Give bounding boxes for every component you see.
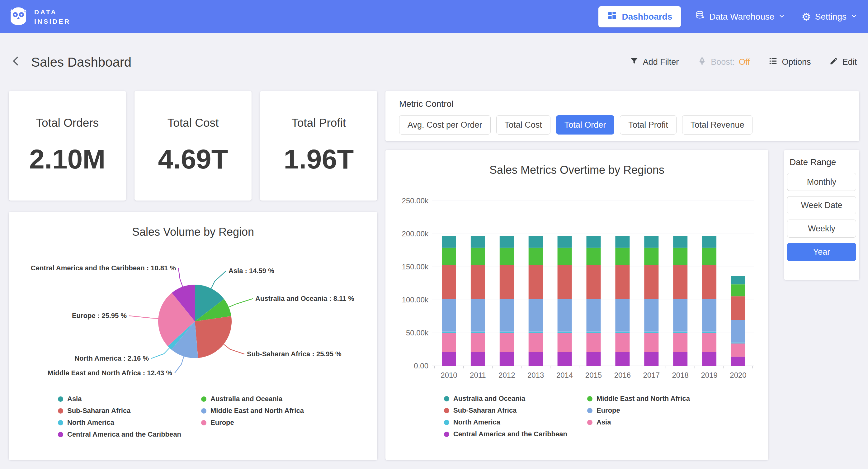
legend-item-sub-saharan-africa[interactable]: Sub-Saharan Africa [444,405,567,416]
options-button[interactable]: Options [767,56,813,68]
bar-2015[interactable] [587,236,601,366]
legend-dot [587,408,592,413]
nav-dashboards-label: Dashboards [622,12,672,22]
svg-text:200.00k: 200.00k [402,230,429,238]
bar-2016[interactable] [615,236,629,366]
metric-option-avg-cost-per-order[interactable]: Avg. Cost per Order [399,115,491,135]
brand-text: DATA INSIDER [34,7,71,26]
date-option-monthly[interactable]: Monthly [787,173,856,191]
boost-state: Off [739,57,750,67]
dashboard-content: Total Orders 2.10M Total Cost 4.69T Tota… [0,91,868,460]
date-range-card: Date Range MonthlyWeek DateWeeklyYear [784,150,859,280]
bar-2012[interactable] [500,236,514,366]
dashboards-grid-icon [607,10,617,23]
svg-text:2015: 2015 [585,371,602,379]
legend-item-north-america[interactable]: North America [58,417,181,429]
kpi-label: Total Profit [291,116,346,129]
legend-item-north-america[interactable]: North America [444,416,567,428]
legend-dot [201,420,207,426]
edit-button[interactable]: Edit [828,56,859,68]
nav-data-warehouse-button[interactable]: Data Warehouse [693,10,787,23]
legend-item-middle-east-and-north-africa[interactable]: Middle East and North Africa [201,405,304,417]
metric-option-total-revenue[interactable]: Total Revenue [682,115,753,135]
kpi-value: 1.96T [284,143,354,175]
metric-option-total-profit[interactable]: Total Profit [620,115,677,135]
nav-settings-label: Settings [815,12,846,22]
legend-dot [444,408,449,413]
legend-item-central-america-and-the-caribbean[interactable]: Central America and the Caribbean [58,429,181,440]
pencil-icon [829,57,838,67]
legend-dot [201,408,207,414]
top-navbar: DATA INSIDER Dashboards Da [0,0,868,33]
legend-item-australia-and-oceania[interactable]: Australia and Oceania [444,393,567,405]
pie-chart-card: Sales Volume by Region Asia : 14.59 %Aus… [9,212,377,460]
svg-text:50.00k: 50.00k [406,328,429,337]
left-column: Total Orders 2.10M Total Cost 4.69T Tota… [9,91,377,460]
chevron-down-icon [778,12,785,22]
legend-label: Asia [67,395,82,403]
date-range-buttons: MonthlyWeek DateWeeklyYear [787,173,856,261]
legend-label: Middle East and North Africa [596,394,690,403]
svg-text:2013: 2013 [527,371,544,379]
bar-2013[interactable] [529,236,543,366]
svg-text:250.00k: 250.00k [402,197,429,205]
metric-control-card: Metric Control Avg. Cost per OrderTotal … [385,91,859,141]
bar-2017[interactable] [644,236,658,366]
legend-item-middle-east-and-north-africa[interactable]: Middle East and North Africa [587,393,690,405]
date-range-label: Date Range [787,157,856,167]
legend-label: Asia [596,418,611,426]
edit-label: Edit [842,57,857,67]
nav-settings-button[interactable]: ⚙ Settings [800,11,859,23]
svg-text:2011: 2011 [470,371,486,379]
metric-option-total-cost[interactable]: Total Cost [496,115,551,135]
add-filter-label: Add Filter [643,57,679,67]
legend-label: North America [453,418,500,426]
pie-legend-column-2: Australia and OceaniaMiddle East and Nor… [201,393,304,429]
date-option-week-date[interactable]: Week Date [787,196,856,214]
legend-item-australia-and-oceania[interactable]: Australia and Oceania [201,393,304,405]
legend-dot [587,396,592,402]
bar-2020[interactable] [731,276,745,366]
legend-item-central-america-and-the-caribbean[interactable]: Central America and the Caribbean [444,428,567,440]
pie-label-sub-saharan-africa: Sub-Saharan Africa : 25.95 % [247,350,342,358]
kpi-value: 4.69T [158,143,228,175]
nav-dashboards-button[interactable]: Dashboards [598,6,681,27]
legend-item-asia[interactable]: Asia [587,416,690,428]
pie-slice-sub-saharan-africa[interactable] [195,316,231,358]
bar-2011[interactable] [471,236,485,366]
svg-text:150.00k: 150.00k [402,263,429,271]
legend-dot [201,397,207,402]
date-option-weekly[interactable]: Weekly [787,219,856,238]
pie-leader-line [228,299,253,307]
metric-option-total-order[interactable]: Total Order [556,115,615,135]
filter-funnel-icon [629,56,639,68]
legend-item-europe[interactable]: Europe [201,417,304,429]
add-filter-button[interactable]: Add Filter [628,56,681,68]
legend-item-europe[interactable]: Europe [587,405,690,416]
legend-label: Europe [596,406,620,414]
kpi-label: Total Orders [36,116,99,129]
back-button[interactable] [9,55,23,70]
legend-dot [58,397,63,402]
kpi-row: Total Orders 2.10M Total Cost 4.69T Tota… [9,91,377,201]
navbar-menu: Dashboards Data Warehouse ⚙ Settings [598,6,859,27]
boost-toggle[interactable]: Boost: Off [695,56,751,68]
pie-leader-line [178,268,183,288]
pie-label-europe: Europe : 25.95 % [72,312,127,320]
legend-dot [444,420,449,425]
pie-leader-line [175,356,184,373]
legend-dot [444,432,449,437]
svg-text:100.00k: 100.00k [402,296,429,304]
legend-item-sub-saharan-africa[interactable]: Sub-Saharan Africa [58,405,181,417]
bar-2010[interactable] [442,236,456,366]
legend-label: Central America and the Caribbean [67,430,181,438]
bar-2014[interactable] [558,236,572,366]
kpi-label: Total Cost [167,116,219,129]
legend-item-asia[interactable]: Asia [58,393,181,405]
bar-2019[interactable] [702,236,716,366]
owl-logo-icon [8,6,29,28]
chevron-down-icon [850,12,858,22]
bar-2018[interactable] [673,236,687,366]
date-option-year[interactable]: Year [787,243,856,261]
pie-leader-line [223,344,244,354]
